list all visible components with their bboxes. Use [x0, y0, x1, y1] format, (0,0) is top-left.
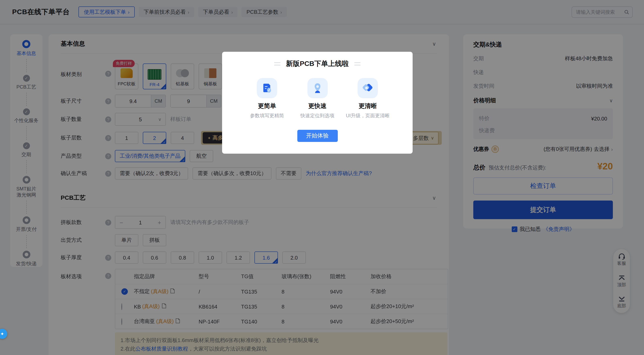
diamond-eye-icon — [358, 78, 378, 98]
title-deco-lines-left — [274, 62, 280, 65]
document-pencil-icon — [257, 78, 277, 98]
feature-simpler: 更简单 参数填写更精简 — [245, 78, 289, 119]
new-version-modal: 新版PCB下单上线啦 更简单 参数填写更精简 — [222, 52, 412, 154]
feature-clearer: 更清晰 UI升级，页面更清晰 — [346, 78, 390, 119]
feature-faster: 更快速 快速定位到选项 — [295, 78, 340, 119]
person-pin-icon — [307, 78, 328, 98]
title-deco-lines-right — [354, 62, 360, 65]
modal-title: 新版PCB下单上线啦 — [286, 59, 349, 68]
start-experience-button[interactable]: 开始体验 — [297, 130, 338, 142]
